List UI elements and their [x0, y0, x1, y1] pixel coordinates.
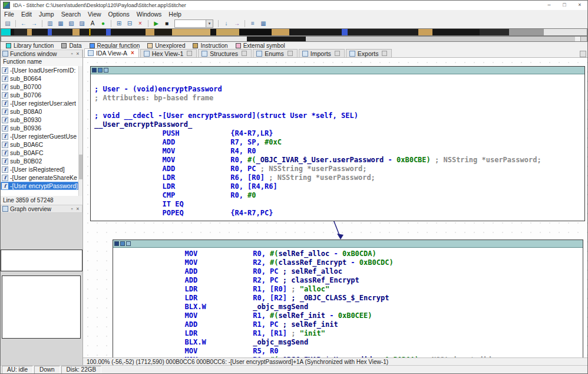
function-icon: f	[2, 183, 8, 189]
jump-function-icon[interactable]: ▨	[77, 19, 87, 28]
navband-row1[interactable]	[1, 28, 587, 36]
function-name: -[User encryptPassword]	[10, 182, 78, 189]
desktop-layout-icon[interactable]: ▦	[259, 19, 268, 28]
function-list-item[interactable]: f-[User isRegistered]	[1, 165, 78, 173]
debugger-combo[interactable]: ▾	[174, 19, 213, 28]
function-list-scrollbar[interactable]	[78, 66, 82, 196]
legend-library-function: Library function	[6, 42, 54, 49]
code-line: POPEQ {R4-R7,PC}	[94, 209, 584, 218]
search-text-icon[interactable]: A	[88, 19, 97, 28]
start-process-icon[interactable]: ▶	[151, 19, 161, 28]
navband-segment	[14, 29, 27, 35]
navband-segment	[432, 29, 480, 35]
open-subviews-icon[interactable]: ≡	[248, 19, 257, 28]
graph-overview-content[interactable]	[1, 213, 82, 365]
functions-window-header[interactable]: Functions window ▫ ×	[1, 50, 82, 58]
maximize-button[interactable]: □	[557, 1, 572, 10]
function-list-item[interactable]: fsub_B08A0	[1, 107, 78, 116]
menu-item-file[interactable]: File	[1, 11, 18, 18]
tab-imports[interactable]: Imports	[299, 49, 345, 57]
close-icon[interactable]: ×	[75, 51, 81, 57]
scrollbar-thumb[interactable]	[79, 155, 82, 179]
tab-box-icon[interactable]	[187, 51, 192, 56]
function-list-item[interactable]: fsub_B0B02	[1, 157, 78, 165]
graph-canvas[interactable]: ; User - (void)encryptPassword; Attribut…	[83, 58, 587, 357]
node-title-bar[interactable]	[113, 240, 583, 248]
overview-node	[1, 250, 82, 271]
cancel-analysis-icon[interactable]: ×	[136, 19, 145, 28]
tab-structures[interactable]: Structures	[198, 49, 252, 57]
function-list-item[interactable]: fsub_B0700	[1, 83, 78, 91]
function-list-item[interactable]: f-[User registerUser:alert	[1, 99, 78, 107]
graph-overview-header[interactable]: Graph overview ▫ ×	[1, 205, 82, 213]
tab-box-icon[interactable]	[242, 51, 247, 56]
tab-close-icon[interactable]: ×	[131, 50, 134, 56]
statusbar-disk: Disk: 22GB	[61, 366, 102, 374]
function-list-item[interactable]: fsub_B0664	[1, 74, 78, 83]
tab-box-icon[interactable]	[288, 51, 293, 56]
chevron-down-icon[interactable]: ▾	[206, 20, 213, 27]
step-over-icon[interactable]: →	[232, 19, 242, 28]
function-list-item[interactable]: fsub_B0A6C	[1, 140, 78, 149]
menu-item-search[interactable]: Search	[58, 11, 84, 18]
tab-box-icon[interactable]	[335, 51, 340, 56]
step-into-icon[interactable]: ↓	[222, 19, 231, 28]
statusbar-down: Down	[34, 366, 60, 374]
patch-bytes-icon[interactable]: ⊞	[114, 19, 124, 28]
tab-enums[interactable]: Enums	[253, 49, 298, 57]
status-bar: AU: idleDownDisk: 22GB	[1, 365, 587, 373]
graph-node-1[interactable]: ; User - (void)encryptPassword; Attribut…	[90, 66, 585, 221]
menu-item-options[interactable]: Options	[105, 11, 133, 18]
jump-to-address-icon[interactable]: ▥	[45, 19, 55, 28]
navband-segment	[48, 29, 52, 35]
float-icon[interactable]: ▫	[69, 51, 75, 57]
node-title-bar[interactable]	[91, 67, 584, 74]
tab-ida-view-a[interactable]: IDA View-A×	[84, 48, 139, 57]
tab-exports[interactable]: Exports	[346, 49, 392, 57]
function-list-item[interactable]: fsub_B0930	[1, 116, 78, 124]
stop-process-icon[interactable]: ■	[162, 19, 171, 28]
function-icon: f	[2, 92, 8, 99]
menu-item-view[interactable]: View	[84, 11, 105, 18]
analysis-ok-icon[interactable]: ●	[98, 19, 108, 28]
nav-forward-icon[interactable]: →	[29, 19, 39, 28]
window-icon	[2, 206, 8, 212]
close-button[interactable]: ×	[572, 1, 587, 10]
graph-node-2[interactable]: MOV R0, #(selRef_alloc - 0xB0CDA) MOV R2…	[113, 240, 583, 357]
navband-segment	[247, 37, 305, 41]
menu-bar: FileEditJumpSearchViewOptionsWindowsHelp	[1, 10, 587, 18]
function-list-item[interactable]: fsub_B0AFC	[1, 149, 78, 157]
function-list-item[interactable]: fsub_B0936	[1, 124, 78, 132]
function-name-column-header[interactable]: Function name	[1, 58, 82, 67]
navband-segment	[509, 29, 544, 35]
menu-item-edit[interactable]: Edit	[18, 11, 35, 18]
tab-box-icon[interactable]	[382, 51, 387, 56]
function-list-item[interactable]: f-[User encryptPassword]	[1, 182, 78, 190]
menu-item-help[interactable]: Help	[165, 11, 185, 18]
tab-hex-view-1[interactable]: Hex View-1	[140, 49, 197, 57]
navband-scroll-button[interactable]	[580, 37, 587, 41]
tab-scroll-button[interactable]	[580, 51, 586, 57]
float-icon[interactable]: ▫	[69, 206, 75, 212]
legend-swatch	[193, 43, 198, 48]
undefine-icon[interactable]: ⊟	[125, 19, 134, 28]
navband-row2[interactable]	[1, 36, 587, 42]
jump-xref-icon[interactable]: ▧	[67, 19, 76, 28]
function-list-item[interactable]: fsub_B0706	[1, 91, 78, 99]
tab-label: Exports	[358, 50, 379, 57]
code-line: BLX.W _objc_msgSend	[117, 338, 583, 347]
menu-item-jump[interactable]: Jump	[35, 11, 58, 18]
close-icon[interactable]: ×	[75, 206, 81, 212]
function-list-item[interactable]: f-[User generateShareKe	[1, 173, 78, 182]
function-icon: f	[2, 142, 8, 148]
minimize-button[interactable]: –	[541, 1, 557, 10]
view-icon	[88, 50, 94, 56]
code-line: MOV R0, #(_OBJC_IVAR_$_User.userPassword…	[94, 156, 584, 165]
code-line: ADD R1, PC ; selRef_init	[117, 320, 583, 329]
function-list-item[interactable]: f-[User registerGuestUse	[1, 132, 78, 140]
menu-item-windows[interactable]: Windows	[133, 11, 166, 18]
nav-back-icon[interactable]: ←	[19, 19, 28, 28]
save-icon[interactable]: ▤	[3, 19, 12, 28]
function-list-item[interactable]: f-[User loadUserFromID:	[1, 66, 78, 74]
jump-list-icon[interactable]: ▦	[56, 19, 65, 28]
